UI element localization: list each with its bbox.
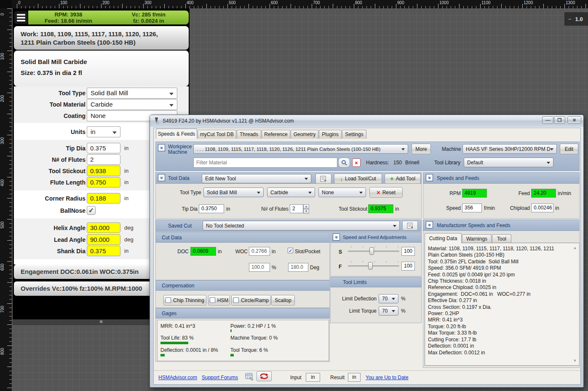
tip-dia-field[interactable]: 0.3750	[199, 204, 224, 213]
tool-material-select[interactable]: Carbide	[87, 99, 177, 110]
tab-settings[interactable]: Settings	[342, 130, 366, 139]
svg-text:L: L	[158, 122, 159, 124]
hamburger-menu-icon[interactable]	[14, 11, 28, 24]
collapse-workpiece-button[interactable]: »	[158, 144, 165, 151]
filter-material-input[interactable]	[193, 158, 337, 168]
tool-life-gage: Tool Life: 83 %	[160, 335, 194, 341]
material-select[interactable]: . . . 1108, 1109, 1115, 1117, 1118, 1120…	[193, 144, 408, 154]
saved-cut-select[interactable]: No Tool Selected	[203, 221, 400, 230]
tool-stickout-input[interactable]: 0.938	[87, 166, 120, 176]
stickout-field[interactable]: 0.9375	[368, 204, 393, 213]
num-flutes-input[interactable]: 2	[87, 154, 120, 165]
woc-label: WOC	[231, 249, 248, 254]
saved-cut-list-icon	[407, 222, 414, 229]
reset-button[interactable]: × Reset	[369, 187, 403, 198]
tool-material-label: Tool Material	[18, 99, 86, 110]
result-units-box[interactable]: in	[348, 373, 361, 382]
add-tool-button[interactable]: + Add Tool	[385, 174, 421, 184]
shank-dia-input[interactable]: 0.375	[87, 246, 120, 256]
f-slider[interactable]	[348, 265, 399, 267]
corner-radius-input[interactable]: 0.188	[87, 193, 120, 204]
flutes-spin-up[interactable]: ▲	[303, 204, 309, 209]
speed-field[interactable]: 356	[462, 204, 482, 212]
limit-torque-select[interactable]: 70	[379, 306, 398, 316]
machine-select[interactable]: HAAS VF Series 30HP/12000 RPM D	[462, 144, 557, 154]
ballnose-checkbox[interactable]: ✓	[87, 206, 96, 215]
units-select[interactable]: in	[87, 126, 120, 137]
feed-field[interactable]: 24.20	[531, 189, 556, 198]
collapse-speeds-feeds-button[interactable]: »	[426, 174, 433, 181]
mycut-db-button[interactable]	[245, 372, 254, 381]
f-value-field[interactable]: 100	[401, 262, 415, 270]
engage-angle-field[interactable]: 180.0	[288, 263, 308, 272]
limit-deflection-select[interactable]: 70	[379, 294, 398, 303]
support-forums-link[interactable]: Support Forums	[202, 375, 238, 380]
hsm-button[interactable]: HSM	[208, 295, 230, 305]
feed-readout: Feed: 18.66 in/min	[28, 18, 109, 24]
circle-ramp-button[interactable]: Circle/Ramp	[231, 295, 271, 305]
chip-thinning-button[interactable]: Chip Thinning	[163, 295, 206, 305]
chip-thinning-checkbox[interactable]	[166, 297, 171, 303]
lead-angle-input[interactable]: 90.000	[87, 234, 120, 245]
s-value-field[interactable]: 100	[401, 247, 415, 256]
tab-cutting-data[interactable]: Cutting Data	[425, 233, 462, 243]
more-button[interactable]: More	[412, 144, 431, 154]
hsmadvisor-link[interactable]: HSMAdvisor.com	[158, 375, 197, 380]
maximize-button[interactable]: ❐	[554, 116, 565, 124]
tool-material-dropdown[interactable]: Carbide	[267, 187, 315, 197]
collapse-tool-data-button[interactable]: »	[158, 174, 165, 181]
zoom-indicator: − 1.0	[564, 12, 588, 26]
tip-dia-input[interactable]: 0.375	[87, 143, 120, 153]
clear-filter-button[interactable]: ×	[352, 158, 361, 167]
tool-list-button[interactable]	[315, 174, 331, 184]
zoom-out-button[interactable]: −	[568, 16, 572, 22]
minimize-button[interactable]: —	[542, 116, 553, 124]
load-tool-cut-button[interactable]: ↓ Load Tool/Cut	[334, 174, 382, 184]
chipload-field[interactable]: 0.00246	[531, 204, 553, 212]
flute-length-input[interactable]: 0.750	[87, 177, 120, 187]
scroll-down-icon[interactable]: ▼	[572, 359, 578, 363]
tip-dia-dd-label: Tip Dia	[165, 206, 198, 212]
search-button[interactable]	[338, 158, 350, 168]
tab-mycut-tool-db[interactable]: myCut Tool DB	[198, 130, 236, 139]
tool-select[interactable]: Edit New Tool	[202, 174, 311, 183]
flutes-spin-down[interactable]: ▼	[303, 209, 309, 214]
update-status-link[interactable]: You are Up to Date	[366, 375, 409, 380]
f-slider-thumb[interactable]	[368, 262, 373, 270]
input-units-box[interactable]: in	[306, 373, 320, 382]
tool-type-select[interactable]: Solid Ball Mill	[87, 88, 177, 99]
woc-percent-field[interactable]: 100.0	[249, 263, 270, 272]
tab-plugins[interactable]: Plugins	[319, 130, 342, 139]
hsm-checkbox[interactable]	[210, 297, 215, 303]
tab-geometry[interactable]: Geometry	[291, 130, 318, 139]
zoom-level-value: 1.0	[575, 16, 583, 22]
doc-field[interactable]: 0.0609	[190, 247, 216, 256]
woc-field[interactable]: 0.2766	[249, 247, 270, 256]
close-button[interactable]: ✕	[567, 116, 581, 124]
results-header: RPM: 3938 Feed: 18.66 in/min Vc: 285 f/m…	[28, 11, 189, 24]
collapse-adjustments-button[interactable]: »	[333, 233, 340, 241]
s-slider-thumb[interactable]	[369, 247, 374, 255]
scallop-button[interactable]: Scallop	[271, 295, 295, 305]
flutes-field[interactable]: 2	[290, 204, 303, 213]
refresh-button[interactable]	[257, 371, 272, 381]
tab-tool[interactable]: Tool	[492, 234, 511, 243]
tool-type-dropdown[interactable]: Solid Ball Mill	[203, 187, 264, 197]
tool-library-select[interactable]: Default	[464, 158, 553, 167]
flutes-dd-label: N# of Flutes	[253, 206, 289, 212]
collapse-manufacturer-button[interactable]: »	[426, 221, 433, 228]
scroll-up-icon[interactable]: ▲	[572, 246, 578, 250]
circle-ramp-checkbox[interactable]	[233, 297, 239, 303]
coating-dropdown[interactable]: None	[318, 187, 366, 197]
tab-warnings[interactable]: Warnings	[462, 234, 492, 243]
work-material-card[interactable]: Work: 1108, 1109, 1115, 1117, 1118, 1120…	[14, 26, 189, 50]
edit-machine-button[interactable]: Edit	[560, 144, 578, 154]
saved-cut-list-button[interactable]	[402, 221, 418, 230]
power-gage: Power: 0.2 HP / 1 %	[230, 323, 276, 329]
tab-speeds-feeds[interactable]: Speeds & Feeds	[156, 129, 197, 139]
tab-threads[interactable]: Threads	[237, 130, 261, 139]
slot-pocket-checkbox[interactable]: ✓	[288, 248, 293, 253]
tab-reference[interactable]: Reference	[262, 130, 290, 139]
helix-angle-input[interactable]: 30.000	[87, 222, 120, 233]
rpm-field[interactable]: 4919	[462, 189, 487, 198]
